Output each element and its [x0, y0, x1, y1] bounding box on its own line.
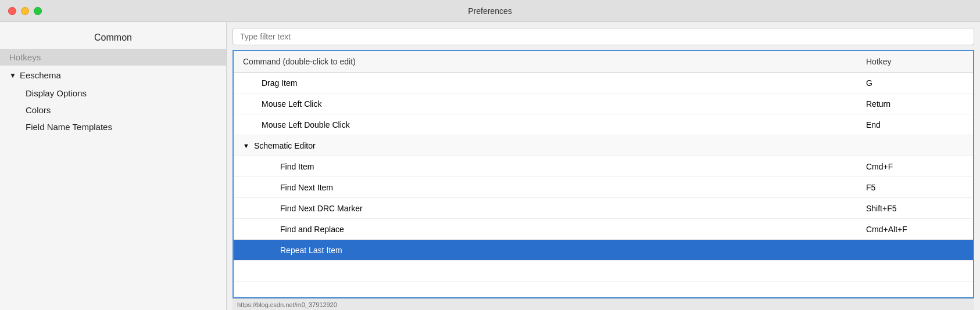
- hotkey-label: Cmd+Alt+F: [857, 221, 973, 237]
- group-label: ▼ Schematic Editor: [234, 138, 857, 154]
- command-label: Mouse Left Click: [234, 96, 857, 112]
- hotkey-label: [857, 142, 973, 149]
- sidebar-item-hotkeys[interactable]: Hotkeys: [0, 49, 226, 66]
- hotkey-label: End: [857, 117, 973, 133]
- eeschema-label: Eeschema: [20, 70, 61, 80]
- header-hotkey: Hotkey: [857, 55, 973, 69]
- hotkey-label: Cmd+F: [857, 158, 973, 175]
- sidebar-item-display-options[interactable]: Display Options: [0, 85, 226, 102]
- command-label: Find Item: [234, 158, 857, 175]
- content-area: Command (double-click to edit) Hotkey Dr…: [227, 22, 980, 310]
- close-button[interactable]: [8, 7, 16, 15]
- command-label: Find and Replace: [234, 221, 857, 237]
- filter-input[interactable]: [233, 28, 974, 45]
- command-label: Find Next Item: [234, 179, 857, 196]
- group-arrow-icon: ▼: [243, 142, 249, 149]
- command-label: Repeat Last Item: [234, 242, 857, 258]
- hotkey-label: F5: [857, 179, 973, 196]
- header-command: Command (double-click to edit): [234, 55, 857, 69]
- window-title: Preferences: [468, 6, 512, 16]
- table-row[interactable]: Find Item Cmd+F: [234, 156, 973, 177]
- table-row[interactable]: Mouse Left Click Return: [234, 93, 973, 114]
- table-row-group[interactable]: ▼ Schematic Editor: [234, 135, 973, 156]
- maximize-button[interactable]: [34, 7, 42, 15]
- hotkey-table: Command (double-click to edit) Hotkey Dr…: [233, 50, 974, 298]
- sidebar-item-field-name-templates[interactable]: Field Name Templates: [0, 118, 226, 135]
- table-row[interactable]: Drag Item G: [234, 73, 973, 93]
- sidebar-item-colors[interactable]: Colors: [0, 102, 226, 118]
- hotkey-label: Shift+F5: [857, 200, 973, 217]
- table-header: Command (double-click to edit) Hotkey: [234, 51, 973, 73]
- table-row[interactable]: Find Next Item F5: [234, 177, 973, 198]
- command-label: Mouse Left Double Click: [234, 117, 857, 133]
- main-layout: Common Hotkeys ▼ Eeschema Display Option…: [0, 22, 980, 310]
- hotkey-label: [857, 247, 973, 254]
- hotkey-label: G: [857, 75, 973, 91]
- window-controls: [8, 7, 42, 15]
- sidebar: Common Hotkeys ▼ Eeschema Display Option…: [0, 22, 227, 310]
- eeschema-arrow-icon: ▼: [9, 71, 16, 80]
- title-bar: Preferences: [0, 0, 980, 22]
- table-row[interactable]: [234, 261, 973, 282]
- command-label: [234, 268, 857, 275]
- sidebar-item-eeschema[interactable]: ▼ Eeschema: [0, 66, 226, 85]
- table-row[interactable]: Mouse Left Double Click End: [234, 114, 973, 135]
- status-url: https://blog.csdn.net/m0_37912920: [237, 301, 337, 308]
- sidebar-item-common[interactable]: Common: [0, 27, 226, 49]
- group-name: Schematic Editor: [254, 141, 316, 150]
- minimize-button[interactable]: [21, 7, 29, 15]
- hotkey-label: [857, 268, 973, 275]
- table-row[interactable]: Find and Replace Cmd+Alt+F: [234, 219, 973, 240]
- hotkey-label: Return: [857, 96, 973, 112]
- command-label: Find Next DRC Marker: [234, 200, 857, 217]
- table-row-selected[interactable]: Repeat Last Item: [234, 240, 973, 261]
- status-bar: https://blog.csdn.net/m0_37912920: [233, 298, 974, 310]
- command-label: Drag Item: [234, 75, 857, 91]
- table-row[interactable]: Find Next DRC Marker Shift+F5: [234, 198, 973, 219]
